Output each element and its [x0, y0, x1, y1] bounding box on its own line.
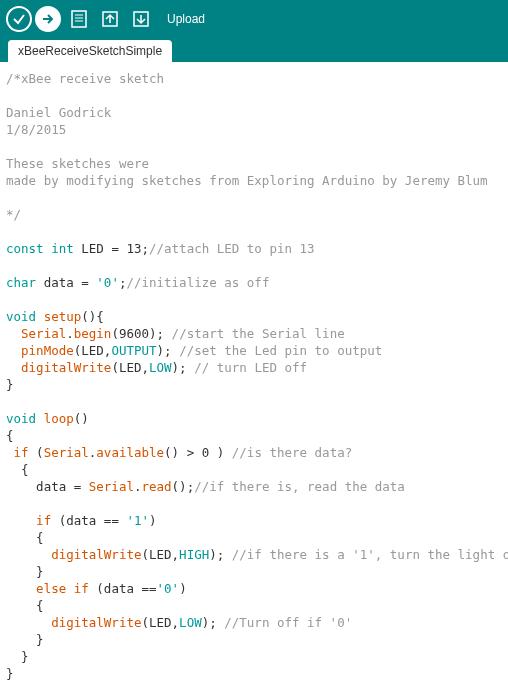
code-line: } — [6, 632, 44, 647]
code-line: } — [6, 649, 29, 664]
code-line: digitalWrite(LED,LOW); //Turn off if '0' — [6, 615, 352, 630]
new-button[interactable] — [66, 6, 92, 32]
code-line: else if (data =='0') — [6, 581, 187, 596]
code-line: { — [6, 428, 14, 443]
code-line: if (Serial.available() > 0 ) //is there … — [6, 445, 352, 460]
arrow-right-icon — [41, 12, 55, 26]
code-line: These sketches were — [6, 156, 149, 171]
code-line: void loop() — [6, 411, 89, 426]
arrow-up-icon — [100, 9, 120, 29]
code-line: made by modifying sketches from Explorin… — [6, 173, 488, 188]
toolbar-status-label: Upload — [167, 12, 205, 26]
code-line: digitalWrite(LED,LOW); // turn LED off — [6, 360, 307, 375]
open-button[interactable] — [97, 6, 123, 32]
code-line: */ — [6, 207, 21, 222]
code-line: { — [6, 530, 44, 545]
upload-button[interactable] — [35, 6, 61, 32]
code-editor[interactable]: /*xBee receive sketch Daniel Godrick 1/8… — [0, 62, 508, 689]
code-line: /*xBee receive sketch — [6, 71, 164, 86]
svg-rect-0 — [72, 11, 86, 27]
code-line: Daniel Godrick — [6, 105, 111, 120]
sketch-tab[interactable]: xBeeReceiveSketchSimple — [8, 40, 172, 62]
code-line: } — [6, 377, 14, 392]
code-line: } — [6, 666, 14, 681]
check-icon — [12, 12, 26, 26]
code-line: digitalWrite(LED,HIGH); //if there is a … — [6, 547, 508, 562]
code-line: { — [6, 598, 44, 613]
code-line: if (data == '1') — [6, 513, 157, 528]
code-line: const int LED = 13;//attach LED to pin 1… — [6, 241, 315, 256]
arrow-down-icon — [131, 9, 151, 29]
code-line: } — [6, 564, 44, 579]
tab-bar: xBeeReceiveSketchSimple — [0, 38, 508, 62]
code-line: { — [6, 462, 29, 477]
code-line: data = Serial.read();//if there is, read… — [6, 479, 405, 494]
code-line: void setup(){ — [6, 309, 104, 324]
code-line — [6, 496, 36, 511]
file-icon — [69, 9, 89, 29]
code-line: Serial.begin(9600); //start the Serial l… — [6, 326, 345, 341]
code-line: pinMode(LED,OUTPUT); //set the Led pin t… — [6, 343, 382, 358]
code-line: char data = '0';//initialize as off — [6, 275, 269, 290]
toolbar: Upload — [0, 0, 508, 38]
save-button[interactable] — [128, 6, 154, 32]
verify-button[interactable] — [6, 6, 32, 32]
code-line: 1/8/2015 — [6, 122, 66, 137]
